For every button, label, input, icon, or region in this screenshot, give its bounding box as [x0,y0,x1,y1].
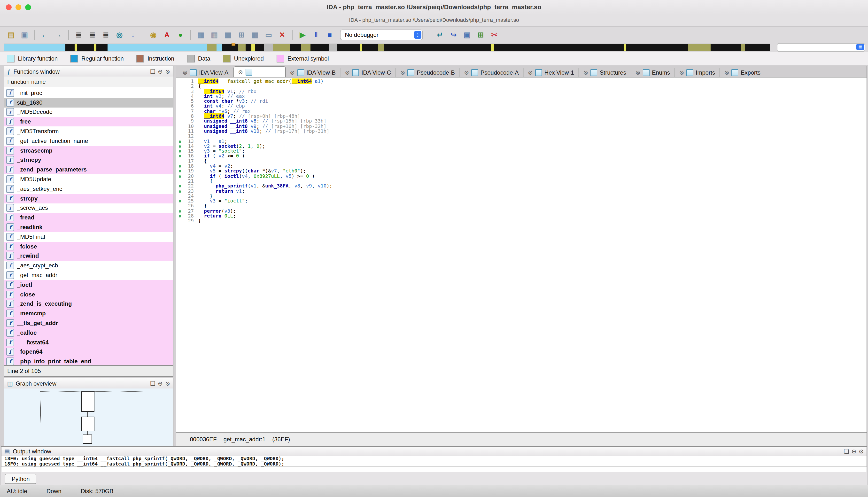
function-row[interactable]: f_aes_setkey_enc [4,184,173,194]
search-icon[interactable]: ≣ [73,29,85,40]
function-row[interactable]: f_free [4,117,173,127]
code-line[interactable]: 11 unsigned __int8 v10; // [rsp+17h] [rb… [176,129,867,134]
breakpoint-dot[interactable] [179,215,181,217]
code-line[interactable]: 2{ [176,84,867,89]
code-line[interactable]: 7 char *v5; // rax [176,109,867,114]
xref-to-icon[interactable]: ▦ [208,29,220,40]
code-line[interactable]: 13 v1 = a1; [176,139,867,144]
code-line[interactable]: 1__int64 __fastcall get_mac_addr(__int64… [176,79,867,84]
function-name-column-header[interactable]: Function name [4,76,173,88]
graph-overview-canvas[interactable] [4,388,173,446]
code-line[interactable]: 25 v3 = "ioctl"; [176,199,867,204]
tab-ida-view-a[interactable]: ⊗IDA View-A [178,68,233,77]
breakpoint-dot[interactable] [179,140,181,143]
code-line[interactable]: 17 { [176,159,867,164]
create-function-icon[interactable]: ⊞ [236,29,247,40]
tab-ida-view-b[interactable]: ⊗IDA View-B [286,68,341,77]
tab-hex-view-1[interactable]: ⊗Hex View-1 [524,68,579,77]
function-row[interactable]: f_aes_crypt_ecb [4,261,173,271]
search-again-icon[interactable]: ≣ [86,29,98,40]
code-line[interactable]: 22 php_sprintf(v1, &unk_38FA, v8, v9, v1… [176,184,867,189]
code-line[interactable]: 19 v5 = strcpy((char *)&v7, "eth0"); [176,169,867,174]
search-go-icon[interactable]: ▦ [856,44,864,50]
window-list-icon[interactable]: ▭ [262,29,275,40]
function-row[interactable]: f_get_active_function_name [4,136,173,146]
breakpoint-dot[interactable] [179,200,181,202]
search-box[interactable]: ▦ [777,43,865,52]
tab-close-icon[interactable]: ⊗ [464,69,469,76]
tab-exports[interactable]: ⊗Exports [720,68,766,77]
tab-close-icon[interactable]: ⊗ [583,69,588,76]
breakpoint-dot[interactable] [179,190,181,193]
function-row[interactable]: f_screw_aes [4,203,173,213]
breakpoint-dot[interactable] [179,210,181,212]
minimize-button[interactable] [15,4,21,10]
code-line[interactable]: 6 int v4; // ebp [176,104,867,109]
open-file-icon[interactable]: ▤ [5,29,17,40]
tab-close-icon[interactable]: ⊗ [400,69,405,76]
tab-close-icon[interactable]: ⊗ [724,69,729,76]
function-row[interactable]: f_fread [4,213,173,223]
attach-icon[interactable]: ↵ [434,29,446,40]
run-analysis-icon[interactable]: ● [174,29,186,40]
code-line[interactable]: 20 if ( ioctl(v4, 0x8927uLL, v5) >= 0 ) [176,174,867,179]
tab-close-icon[interactable]: ⊗ [636,69,640,76]
function-row[interactable]: fsub_1630 [4,98,173,108]
search-input[interactable] [779,44,854,51]
code-line[interactable]: 8 __int64 v7; // [rsp+0h] [rbp-48h] [176,114,867,119]
function-row[interactable]: f_php_info_print_table_end [4,357,173,366]
pause-process-icon[interactable]: ‖ [310,29,322,40]
close-icon[interactable]: ⊗ [859,448,864,455]
function-row[interactable]: f_strncpy [4,155,173,165]
edit-function-icon[interactable]: ▦ [222,29,234,40]
code-line[interactable]: 10 unsigned __int8 v9; // [rsp+16h] [rbp… [176,124,867,129]
code-line[interactable]: 29} [176,219,867,224]
tab-close-icon[interactable]: ⊗ [290,69,295,76]
output-log[interactable]: 18F0: using guessed type __int64 __fastc… [1,456,867,468]
function-row[interactable]: f_fclose [4,242,173,252]
tab-enums[interactable]: ⊗Enums [631,68,675,77]
float-icon[interactable]: ⊖ [158,68,163,75]
jump-address-icon[interactable]: ◎ [113,29,126,40]
tab-close-icon[interactable]: ⊗ [679,69,684,76]
python-button[interactable]: Python [5,474,37,484]
breakpoint-dot[interactable] [179,185,181,187]
function-row[interactable]: f_MD5Transform [4,126,173,136]
code-line[interactable]: 15 v3 = "socket"; [176,149,867,154]
save-icon[interactable]: ▣ [18,29,30,40]
function-row[interactable]: f___fxstat64 [4,337,173,347]
code-line[interactable]: 21 { [176,179,867,184]
breakpoint-icon[interactable]: ✂ [488,29,500,40]
debugger-stepper-icon[interactable]: ▴▾ [414,31,422,39]
function-row[interactable]: f_get_mac_addr [4,270,173,280]
function-row[interactable]: f_strcpy [4,194,173,203]
tab-close-icon[interactable]: ⊗ [238,69,243,75]
stop-process-icon[interactable]: ■ [324,29,336,40]
function-row[interactable]: f_fopen64 [4,347,173,357]
code-line[interactable]: 4 int v2; // eax [176,94,867,99]
close-icon[interactable]: ⊗ [165,68,170,75]
function-row[interactable]: f_readlink [4,222,173,232]
code-line[interactable]: 27 perror(v3); [176,209,867,214]
restore-icon[interactable]: ❏ [150,68,156,75]
start-process-icon[interactable]: ▶ [296,29,309,40]
zoom-button[interactable] [25,4,31,10]
navigation-band[interactable] [4,44,770,51]
code-line[interactable]: 9 unsigned __int8 v8; // [rsp+15h] [rbp-… [176,119,867,124]
function-row[interactable]: f_zend_parse_parameters [4,165,173,175]
text-view-icon[interactable]: A [161,29,173,40]
breakpoint-dot[interactable] [179,155,181,158]
restore-icon[interactable]: ❏ [150,380,156,387]
breakpoint-dot[interactable] [179,165,181,168]
tab-ida-view-c[interactable]: ⊗IDA View-C [341,68,396,77]
forward-icon[interactable]: → [52,29,65,40]
new-window-icon[interactable]: ⊞ [475,29,487,40]
tab-close-icon[interactable]: ⊗ [528,69,533,76]
jump-name-icon[interactable]: ≣ [100,29,112,40]
highlight-icon[interactable]: ◉ [147,29,159,40]
close-icon[interactable]: ⊗ [165,380,170,387]
function-row[interactable]: f_strcasecmp [4,146,173,156]
tab-pseudocode-a[interactable]: ⊗Pseudocode-A [460,68,524,77]
breakpoint-dot[interactable] [179,150,181,153]
float-icon[interactable]: ⊖ [158,380,163,387]
